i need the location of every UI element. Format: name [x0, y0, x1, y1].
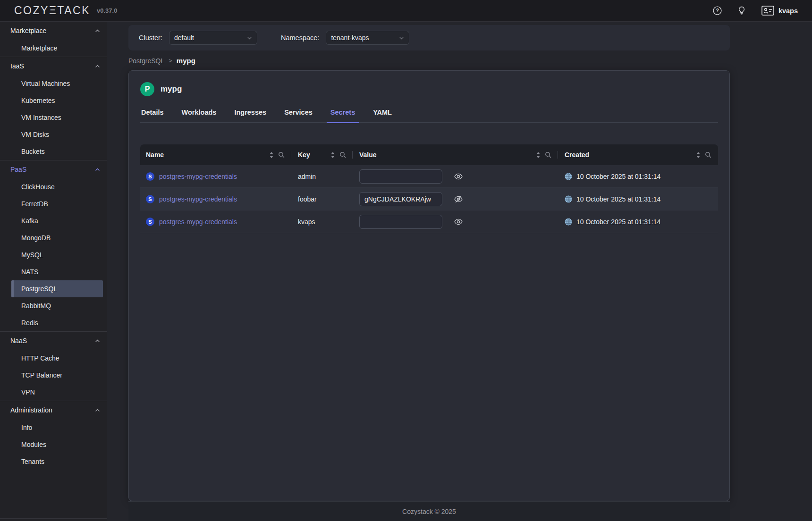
- tab-ingresses[interactable]: Ingresses: [233, 109, 267, 122]
- chevron-up-icon: [95, 167, 100, 172]
- chevron-up-icon: [95, 28, 100, 34]
- sort-icon[interactable]: [269, 151, 274, 159]
- sidebar-item-label: Info: [21, 424, 32, 431]
- sidebar-item-ferretdb[interactable]: FerretDB: [0, 195, 107, 212]
- tab-services[interactable]: Services: [283, 109, 313, 122]
- sidebar-header-label: Administration: [10, 406, 52, 414]
- sidebar-header-naas[interactable]: NaaS: [0, 332, 107, 350]
- tab-details[interactable]: Details: [140, 109, 165, 122]
- secret-link[interactable]: postgres-mypg-credentials: [159, 195, 237, 203]
- sidebar-item-vm-disks[interactable]: VM Disks: [0, 126, 107, 143]
- secret-created-cell: 10 October 2025 at 01:31:14: [558, 218, 718, 226]
- id-badge-icon: [761, 6, 774, 16]
- sidebar-item-buckets[interactable]: Buckets: [0, 143, 107, 160]
- secret-link[interactable]: postgres-mypg-credentials: [159, 173, 237, 180]
- user-menu[interactable]: kvaps: [761, 6, 798, 16]
- search-icon[interactable]: [705, 151, 711, 158]
- sidebar-item-tcp-balancer[interactable]: TCP Balancer: [0, 367, 107, 384]
- postgres-avatar: P: [140, 82, 154, 96]
- secret-name-cell: S postgres-mypg-credentials: [140, 218, 291, 226]
- search-icon[interactable]: [278, 151, 285, 158]
- search-icon[interactable]: [545, 151, 551, 158]
- hide-value-button[interactable]: [454, 195, 463, 203]
- resource-card: P mypg Details Workloads Ingresses Servi…: [128, 70, 730, 501]
- globe-icon: [565, 173, 572, 180]
- sidebar-header-label: NaaS: [10, 337, 27, 345]
- sidebar-item-vpn[interactable]: VPN: [0, 384, 107, 401]
- sort-icon[interactable]: [536, 151, 541, 159]
- sidebar-header-marketplace[interactable]: Marketplace: [0, 22, 107, 40]
- search-icon[interactable]: [339, 151, 346, 158]
- namespace-select[interactable]: tenant-kvaps: [326, 31, 409, 45]
- sidebar-item-label: Tenants: [21, 458, 44, 465]
- chevron-up-icon: [95, 338, 100, 344]
- sidebar-header-administration[interactable]: Administration: [0, 401, 107, 419]
- sidebar-item-kafka[interactable]: Kafka: [0, 212, 107, 229]
- secret-value-input[interactable]: [359, 169, 442, 184]
- sidebar-item-virtual-machines[interactable]: Virtual Machines: [0, 75, 107, 92]
- sidebar-item-redis[interactable]: Redis: [0, 314, 107, 331]
- sidebar-item-marketplace[interactable]: Marketplace: [0, 40, 107, 57]
- sidebar-item-mongodb[interactable]: MongoDB: [0, 229, 107, 246]
- resource-header: P mypg: [140, 82, 718, 96]
- secret-name-cell: S postgres-mypg-credentials: [140, 195, 291, 203]
- tab-secrets[interactable]: Secrets: [330, 109, 356, 122]
- show-value-button[interactable]: [454, 218, 463, 225]
- breadcrumb-postgresql[interactable]: PostgreSQL: [128, 57, 164, 65]
- app-logo[interactable]: COZYΞTACK: [14, 4, 90, 17]
- secret-value-input[interactable]: [359, 192, 442, 206]
- sidebar-item-nats[interactable]: NATS: [0, 263, 107, 280]
- sidebar-item-postgresql[interactable]: PostgreSQL: [11, 280, 103, 297]
- sidebar-item-tenants[interactable]: Tenants: [0, 453, 107, 470]
- sidebar-item-clickhouse[interactable]: ClickHouse: [0, 178, 107, 195]
- chevron-down-icon: [247, 35, 252, 41]
- context-filterbar: Cluster: default Namespace: tenant-kvaps: [128, 25, 730, 50]
- sidebar-item-rabbitmq[interactable]: RabbitMQ: [0, 297, 107, 314]
- sidebar-section-administration: Administration Info Modules Tenants: [0, 401, 107, 470]
- eye-icon: [454, 173, 463, 180]
- help-button[interactable]: ?: [713, 6, 722, 15]
- secret-badge-icon: S: [146, 172, 154, 181]
- secret-value-input[interactable]: [359, 215, 442, 229]
- sidebar-item-info[interactable]: Info: [0, 419, 107, 436]
- app-body: Marketplace Marketplace IaaS Virtual Mac…: [0, 22, 812, 521]
- sidebar-item-label: Virtual Machines: [21, 80, 70, 87]
- sidebar-item-label: FerretDB: [21, 200, 48, 208]
- help-icon: ?: [713, 6, 722, 15]
- sidebar-header-iaas[interactable]: IaaS: [0, 57, 107, 75]
- sidebar-item-label: Kubernetes: [21, 97, 55, 104]
- sidebar-item-label: Redis: [21, 319, 38, 327]
- sidebar-header-paas[interactable]: PaaS: [0, 160, 107, 178]
- sidebar-header-label: Marketplace: [10, 27, 46, 34]
- sort-icon[interactable]: [696, 151, 701, 159]
- sidebar-item-mysql[interactable]: MySQL: [0, 246, 107, 263]
- eye-slash-icon: [454, 195, 463, 203]
- breadcrumb-current: mypg: [177, 57, 195, 65]
- created-timestamp: 10 October 2025 at 01:31:14: [576, 173, 660, 180]
- show-value-button[interactable]: [454, 173, 463, 180]
- sidebar-item-label: TCP Balancer: [21, 371, 62, 379]
- secret-created-cell: 10 October 2025 at 01:31:14: [558, 195, 718, 203]
- sidebar-item-vm-instances[interactable]: VM Instances: [0, 109, 107, 126]
- topbar: COZYΞTACK v0.37.0 ? kvaps: [0, 0, 812, 22]
- copyright-text: Cozystack © 2025: [402, 508, 456, 515]
- sidebar-item-kubernetes[interactable]: Kubernetes: [0, 92, 107, 109]
- hint-button[interactable]: [738, 6, 745, 16]
- secret-value-cell: [353, 215, 558, 229]
- sidebar-item-http-cache[interactable]: HTTP Cache: [0, 350, 107, 367]
- secret-badge-icon: S: [146, 195, 154, 203]
- sidebar-item-label: NATS: [21, 268, 38, 276]
- table-header: Name Key Value: [140, 144, 718, 165]
- globe-icon: [565, 195, 572, 203]
- sidebar-item-modules[interactable]: Modules: [0, 436, 107, 453]
- secret-key-cell: kvaps: [291, 218, 353, 226]
- page-footer: Cozystack © 2025: [128, 501, 730, 521]
- sidebar-item-label: VM Instances: [21, 114, 61, 121]
- secret-link[interactable]: postgres-mypg-credentials: [159, 218, 237, 226]
- cluster-select[interactable]: default: [169, 31, 257, 45]
- tab-workloads[interactable]: Workloads: [181, 109, 218, 122]
- tab-yaml[interactable]: YAML: [372, 109, 393, 122]
- created-timestamp: 10 October 2025 at 01:31:14: [576, 195, 660, 203]
- table-row: S postgres-mypg-credentials kvaps 10 Oct…: [140, 210, 718, 233]
- sort-icon[interactable]: [330, 151, 335, 159]
